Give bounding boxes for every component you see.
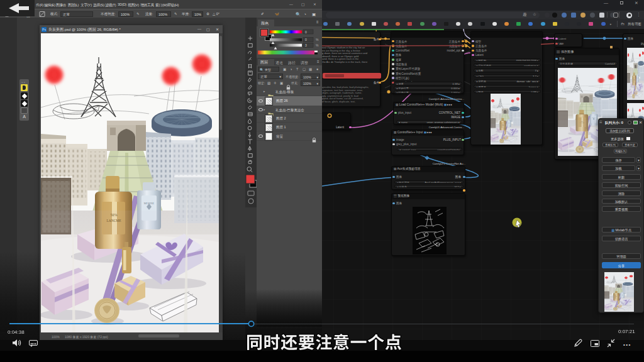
svg-text:%: %	[316, 38, 319, 41]
svg-text:3: 3	[305, 43, 307, 47]
svg-text:%: %	[316, 43, 319, 47]
svg-text:0: 0	[305, 30, 307, 34]
svg-text:0: 0	[305, 38, 307, 41]
